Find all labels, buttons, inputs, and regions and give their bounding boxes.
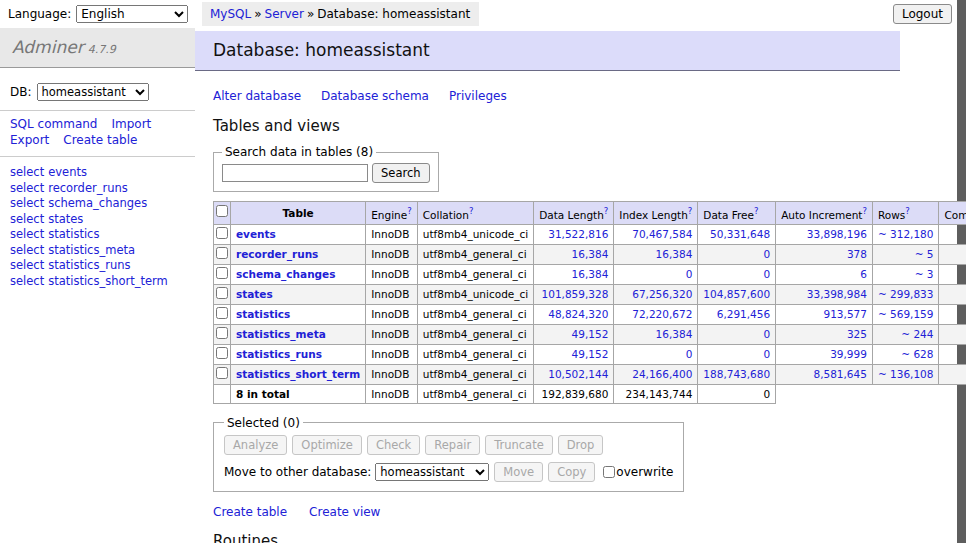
table-name-link[interactable]: events [236, 228, 276, 240]
breadcrumb-driver-link[interactable]: MySQL [210, 7, 251, 21]
help-link[interactable]: ? [407, 206, 412, 216]
auto-increment-link[interactable]: 39,999 [830, 348, 867, 360]
select-link[interactable]: select [10, 196, 44, 210]
database-schema-link[interactable]: Database schema [321, 89, 429, 103]
index-length-link[interactable]: 70,467,584 [632, 228, 692, 240]
move-db-select[interactable]: homeassistant [375, 463, 489, 481]
select-link[interactable]: select [10, 165, 44, 179]
row-checkbox[interactable] [216, 287, 228, 299]
auto-increment-link[interactable]: 913,577 [824, 308, 867, 320]
move-button[interactable]: Move [494, 462, 543, 482]
repair-button[interactable]: Repair [425, 435, 480, 455]
auto-increment-link[interactable]: 33,898,196 [807, 228, 867, 240]
drop-button[interactable]: Drop [558, 435, 604, 455]
help-link[interactable]: ? [905, 206, 910, 216]
table-name-link[interactable]: statistics_meta [236, 328, 326, 340]
table-name-link[interactable]: schema_changes [236, 268, 336, 280]
table-name-link[interactable]: recorder_runs [236, 248, 318, 260]
table-link[interactable]: statistics_short_term [48, 274, 168, 288]
copy-button[interactable]: Copy [548, 462, 595, 482]
db-select[interactable]: homeassistant [37, 83, 149, 101]
row-checkbox[interactable] [216, 307, 228, 319]
help-link[interactable]: ? [469, 206, 474, 216]
data-length-link[interactable]: 16,384 [572, 248, 609, 260]
optimize-button[interactable]: Optimize [292, 435, 362, 455]
data-length-link[interactable]: 101,859,328 [542, 288, 609, 300]
select-link[interactable]: select [10, 274, 44, 288]
data-free-link[interactable]: 104,857,600 [703, 288, 770, 300]
search-button[interactable]: Search [372, 163, 430, 183]
data-free-link[interactable]: 50,331,648 [710, 228, 770, 240]
data-free-link[interactable]: 0 [763, 248, 770, 260]
rows-count-link[interactable]: ~ 136,108 [878, 368, 934, 380]
sql-command-link[interactable]: SQL command [10, 117, 97, 131]
rows-count-link[interactable]: ~ 569,159 [878, 308, 934, 320]
row-checkbox[interactable] [216, 347, 228, 359]
create-table-link-sidebar[interactable]: Create table [63, 133, 137, 147]
help-link[interactable]: ? [604, 206, 609, 216]
privileges-link[interactable]: Privileges [449, 89, 507, 103]
table-link[interactable]: recorder_runs [48, 181, 128, 195]
row-checkbox[interactable] [216, 247, 228, 259]
select-all-checkbox[interactable] [216, 205, 228, 217]
export-link[interactable]: Export [10, 133, 49, 147]
breadcrumb-server-link[interactable]: Server [265, 7, 304, 21]
data-free-link[interactable]: 0 [763, 268, 770, 280]
select-link[interactable]: select [10, 243, 44, 257]
overwrite-checkbox[interactable] [603, 466, 615, 478]
index-length-link[interactable]: 24,166,400 [632, 368, 692, 380]
select-link[interactable]: select [10, 181, 44, 195]
alter-database-link[interactable]: Alter database [213, 89, 301, 103]
data-free-link[interactable]: 188,743,680 [703, 368, 770, 380]
select-link[interactable]: select [10, 212, 44, 226]
rows-count-link[interactable]: ~ 244 [901, 328, 933, 340]
table-name-link[interactable]: statistics [236, 308, 290, 320]
auto-increment-link[interactable]: 6 [860, 268, 867, 280]
data-length-link[interactable]: 49,152 [572, 348, 609, 360]
table-name-link[interactable]: statistics_short_term [236, 368, 360, 380]
rows-count-link[interactable]: ~ 628 [901, 348, 933, 360]
index-length-link[interactable]: 0 [686, 348, 693, 360]
table-link[interactable]: schema_changes [48, 196, 147, 210]
help-link[interactable]: ? [688, 206, 693, 216]
index-length-link[interactable]: 0 [686, 268, 693, 280]
row-checkbox[interactable] [216, 227, 228, 239]
table-link[interactable]: statistics_meta [48, 243, 135, 257]
table-link[interactable]: statistics [48, 227, 99, 241]
auto-increment-link[interactable]: 33,398,984 [807, 288, 867, 300]
index-length-link[interactable]: 67,256,320 [632, 288, 692, 300]
rows-count-link[interactable]: ~ 312,180 [878, 228, 934, 240]
data-length-link[interactable]: 31,522,816 [548, 228, 608, 240]
table-link[interactable]: statistics_runs [48, 258, 130, 272]
rows-count-link[interactable]: ~ 5 [915, 248, 934, 260]
select-link[interactable]: select [10, 258, 44, 272]
table-name-link[interactable]: states [236, 288, 273, 300]
create-view-link[interactable]: Create view [309, 505, 380, 519]
table-name-link[interactable]: statistics_runs [236, 348, 322, 360]
analyze-button[interactable]: Analyze [224, 435, 287, 455]
help-link[interactable]: ? [754, 206, 759, 216]
table-link[interactable]: states [48, 212, 83, 226]
language-select[interactable]: English [76, 5, 188, 23]
row-checkbox[interactable] [216, 327, 228, 339]
data-length-link[interactable]: 49,152 [572, 328, 609, 340]
index-length-link[interactable]: 72,220,672 [632, 308, 692, 320]
import-link[interactable]: Import [111, 117, 151, 131]
data-free-link[interactable]: 0 [763, 348, 770, 360]
auto-increment-link[interactable]: 325 [847, 328, 867, 340]
auto-increment-link[interactable]: 378 [847, 248, 867, 260]
auto-increment-link[interactable]: 8,581,645 [813, 368, 866, 380]
data-free-link[interactable]: 0 [763, 328, 770, 340]
index-length-link[interactable]: 16,384 [656, 328, 693, 340]
help-link[interactable]: ? [862, 206, 867, 216]
rows-count-link[interactable]: ~ 3 [915, 268, 934, 280]
truncate-button[interactable]: Truncate [485, 435, 553, 455]
row-checkbox[interactable] [216, 367, 228, 379]
data-length-link[interactable]: 16,384 [572, 268, 609, 280]
check-button[interactable]: Check [367, 435, 420, 455]
index-length-link[interactable]: 16,384 [656, 248, 693, 260]
data-length-link[interactable]: 48,824,320 [548, 308, 608, 320]
data-length-link[interactable]: 10,502,144 [548, 368, 608, 380]
table-link[interactable]: events [48, 165, 87, 179]
row-checkbox[interactable] [216, 267, 228, 279]
